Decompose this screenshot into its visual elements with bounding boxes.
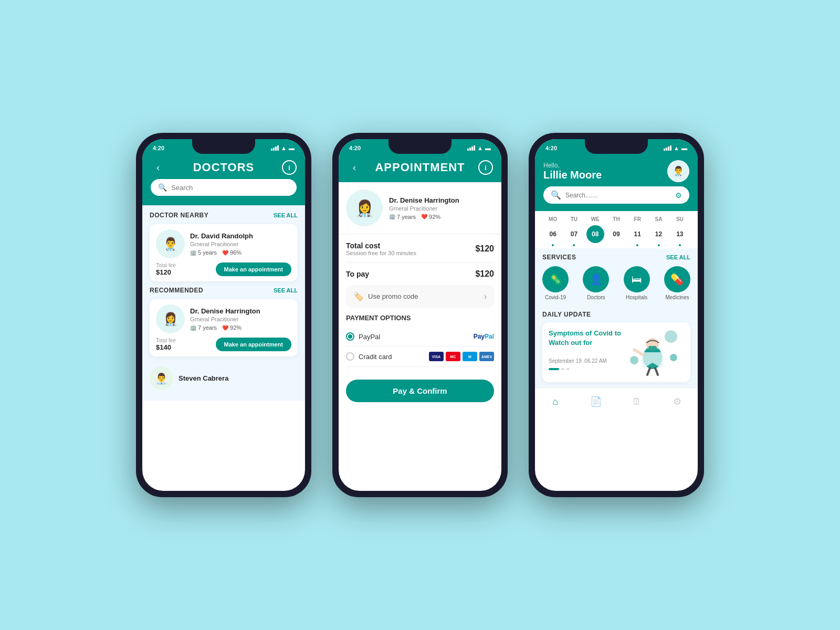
avatar-randolph: 👨‍⚕️	[156, 229, 185, 258]
covid-icon-circle: 🦠	[542, 266, 569, 292]
fee-harrington: Total fee $140	[156, 338, 176, 351]
appt-avatar: 👩‍⚕️	[346, 190, 383, 226]
notch-1	[192, 139, 255, 154]
info-button-2[interactable]: i	[478, 160, 493, 175]
cal-date-09[interactable]: 09	[607, 225, 625, 243]
appt-doctor-info: Dr. Denise Harrington Grneral Pracitione…	[389, 196, 459, 220]
indicator-2	[566, 368, 570, 370]
services-section: SERVICES SEE ALL 🦠 Covid-19 👤 Doctors 🛏 …	[535, 248, 698, 306]
hospitals-icon-circle: 🛏	[624, 266, 650, 292]
see-all-nearby[interactable]: SEE ALL	[274, 212, 298, 218]
heart-icon-3: ❤️	[421, 214, 427, 219]
services-header: SERVICES SEE ALL	[542, 254, 690, 261]
spec-randolph: Grneral Pracitioner	[190, 241, 291, 247]
payment-option-card[interactable]: Cradit card VISA MC M AMEX	[346, 346, 494, 367]
nav-document[interactable]: 📄	[586, 392, 605, 411]
search-bar-1: 🔍	[151, 179, 297, 196]
phone-home: 4:20 ▲ ▬ Hello, Lillie Moore 👨‍⚕️	[529, 133, 704, 497]
cal-day-fr: FR	[628, 216, 646, 222]
medicines-icon-circle: 💊	[664, 266, 690, 292]
meta-randolph: 🏢 5 years ❤️ 96%	[190, 249, 291, 256]
see-all-recommended[interactable]: SEE ALL	[274, 287, 298, 293]
home-search-input[interactable]	[565, 192, 671, 199]
home-header: Hello, Lillie Moore 👨‍⚕️ 🔍 ⚙	[535, 155, 698, 211]
svg-line-7	[647, 368, 650, 375]
calendar-header: MO TU WE TH FR SA SU	[542, 216, 690, 222]
pay-confirm-button[interactable]: Pay & Confirm	[346, 380, 494, 402]
user-avatar[interactable]: 👨‍⚕️	[667, 160, 689, 182]
cal-date-12[interactable]: 12	[650, 225, 668, 243]
cal-date-11[interactable]: 11	[628, 225, 646, 243]
appt-button-randolph[interactable]: Make an appointment	[216, 262, 291, 276]
cal-day-we: WE	[586, 216, 604, 222]
service-covid[interactable]: 🦠 Covid-19	[542, 266, 569, 300]
daily-hero-illustration	[621, 329, 684, 376]
cal-day-mo: MO	[544, 216, 562, 222]
battery-icon-3: ▬	[681, 145, 687, 151]
service-hospitals[interactable]: 🛏 Hospitals	[624, 266, 650, 300]
radio-paypal	[346, 332, 354, 341]
back-button-1[interactable]: ‹	[151, 160, 165, 175]
cal-date-07[interactable]: 07	[565, 225, 583, 243]
name-cabrera: Steven Cabrera	[178, 374, 228, 382]
section-header-recommended: RECOMMENDED SEE ALL	[150, 287, 298, 294]
filter-icon[interactable]: ⚙	[675, 191, 682, 200]
promo-arrow-icon: ›	[484, 292, 487, 301]
promo-row[interactable]: 🏷️ Use promo code ›	[346, 285, 494, 308]
building-icon: 🏢	[190, 250, 196, 256]
section-title-nearby: DOCTOR NEARBY	[150, 212, 208, 219]
cal-date-13[interactable]: 13	[671, 225, 689, 243]
daily-section: DAILY UPDATE Symptoms of Covid to Watch …	[535, 306, 698, 387]
payment-option-paypal-left: PayPal	[346, 332, 380, 341]
promo-icon: 🏷️	[353, 291, 364, 301]
rating-harrington: ❤️ 92%	[222, 324, 242, 331]
hello-text: Hello,	[543, 162, 602, 169]
appt-button-harrington[interactable]: Make an appointment	[216, 338, 291, 351]
covid-label: Covid-19	[545, 295, 566, 300]
appt-doctor-section: 👩‍⚕️ Dr. Denise Harrington Grneral Praci…	[339, 182, 501, 234]
divider-1	[346, 262, 494, 263]
card-label: Cradit card	[359, 353, 392, 361]
nav-settings[interactable]: ⚙	[668, 392, 687, 411]
heart-icon: ❤️	[222, 250, 228, 256]
daily-card-date: September 19 .06.22 AM	[549, 358, 621, 364]
nav-calendar[interactable]: 🗓	[627, 392, 646, 411]
phone-doctors: 4:20 ▲ ▬ ‹ DOCTORS i 🔍	[136, 133, 311, 497]
rating-randolph: ❤️ 96%	[222, 249, 242, 256]
svg-line-6	[634, 350, 643, 355]
payment-option-paypal[interactable]: PayPal PayPal	[346, 327, 494, 346]
cal-date-08[interactable]: 08	[586, 225, 604, 243]
daily-card[interactable]: Symptoms of Covid to Watch out for Septe…	[542, 322, 690, 382]
back-button-2[interactable]: ‹	[347, 160, 362, 175]
appt-doctor-spec: Grneral Pracitioner	[389, 205, 459, 212]
payment-option-card-left: Cradit card	[346, 352, 392, 361]
services-title: SERVICES	[542, 254, 576, 261]
daily-card-text: Symptoms of Covid to Watch out for	[549, 329, 621, 348]
appt-cost-section: Total cost Session free for 30 minutes $…	[339, 234, 501, 374]
doctor-top-randolph: 👨‍⚕️ Dr. David Randolph Grneral Pracitio…	[156, 229, 291, 258]
covid-hero-svg	[624, 329, 681, 376]
notch-3	[585, 139, 648, 154]
paypal-logo: PayPal	[474, 333, 494, 340]
topay-label: To pay	[346, 270, 369, 278]
medicines-label: Medicines	[665, 295, 689, 300]
service-medicines[interactable]: 💊 Medicines	[664, 266, 690, 300]
nav-home[interactable]: ⌂	[546, 392, 565, 411]
status-icons-2: ▲ ▬	[467, 145, 491, 151]
cal-date-06[interactable]: 06	[544, 225, 562, 243]
search-input-1[interactable]	[171, 184, 289, 192]
daily-indicator	[549, 368, 621, 370]
status-icons-3: ▲ ▬	[664, 145, 687, 151]
services-see-all[interactable]: SEE ALL	[666, 254, 690, 260]
cal-day-th: TH	[607, 216, 625, 222]
service-doctors[interactable]: 👤 Doctors	[583, 266, 609, 300]
paypal-label: PayPal	[359, 333, 380, 341]
info-button-1[interactable]: i	[282, 160, 297, 175]
amex-logo: AMEX	[479, 352, 494, 361]
cal-day-sa: SA	[650, 216, 668, 222]
topay-amount: $120	[475, 269, 494, 279]
maestro-logo: M	[463, 352, 477, 361]
status-time-1: 4:20	[153, 145, 164, 151]
svg-point-2	[670, 354, 677, 361]
home-search: 🔍 ⚙	[543, 186, 689, 204]
